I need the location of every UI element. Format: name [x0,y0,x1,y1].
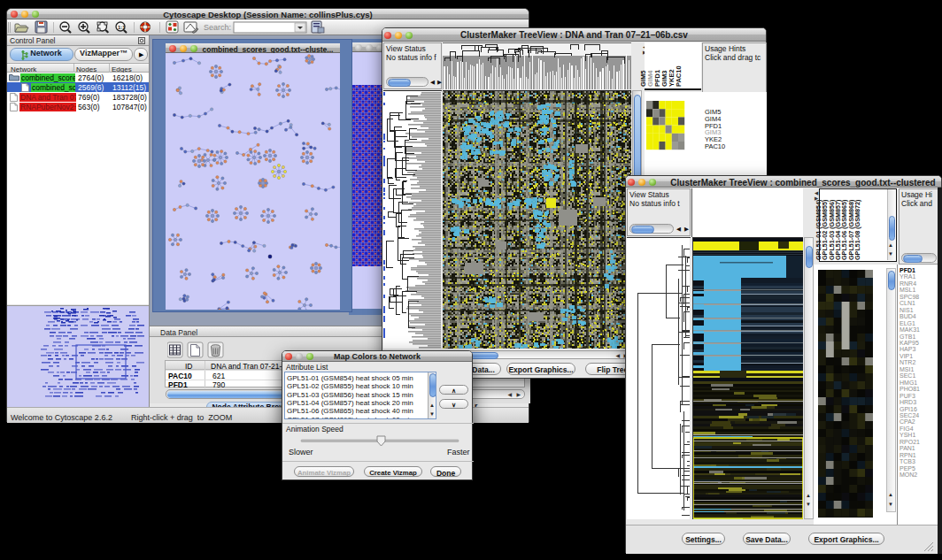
svg-text:Search:: Search: [204,23,231,32]
svg-text:1:1: 1:1 [118,25,126,30]
